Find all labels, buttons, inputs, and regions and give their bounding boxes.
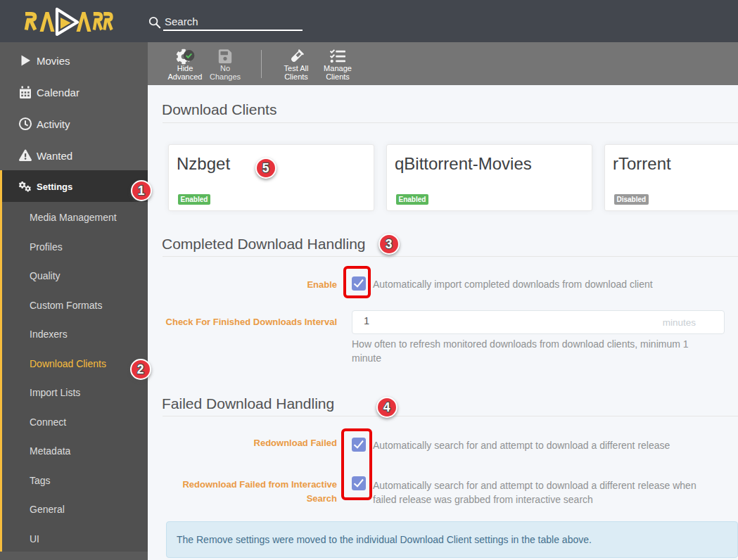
svg-text:1: 1 — [138, 184, 145, 198]
svg-text:4: 4 — [383, 400, 390, 414]
svg-text:2: 2 — [137, 362, 144, 376]
svg-text:5: 5 — [262, 161, 269, 175]
svg-text:3: 3 — [386, 237, 393, 251]
